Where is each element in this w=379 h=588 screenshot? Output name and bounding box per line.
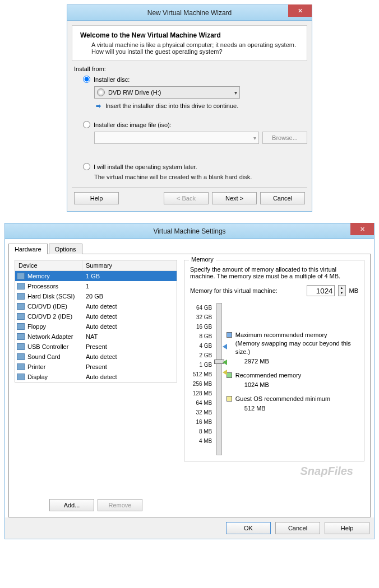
device-summary: Auto detect bbox=[82, 353, 177, 360]
device-row[interactable]: PrinterPresent bbox=[15, 362, 177, 372]
slider-tick: 8 GB bbox=[190, 332, 212, 341]
back-button[interactable]: < Back bbox=[164, 192, 209, 204]
device-row[interactable]: Network AdapterNAT bbox=[15, 332, 177, 342]
slider-tick: 2 GB bbox=[190, 351, 212, 360]
slider-tick: 128 MB bbox=[190, 389, 212, 398]
memory-description: Specify the amount of memory allocated t… bbox=[190, 266, 358, 279]
vm-settings-dialog: Virtual Machine Settings ✕ Hardware Opti… bbox=[4, 223, 375, 539]
tab-hardware[interactable]: Hardware bbox=[8, 244, 48, 254]
device-row[interactable]: Memory1 GB bbox=[15, 271, 177, 281]
device-row[interactable]: FloppyAuto detect bbox=[15, 321, 177, 332]
device-row[interactable]: CD/DVD 2 (IDE)Auto detect bbox=[15, 311, 177, 321]
device-summary: 20 GB bbox=[82, 293, 177, 300]
titlebar: New Virtual Machine Wizard ✕ bbox=[67, 5, 312, 21]
device-summary: NAT bbox=[82, 333, 177, 340]
disc-drive-dropdown[interactable]: DVD RW Drive (H:) ▾ bbox=[94, 86, 240, 99]
ok-button[interactable]: OK bbox=[226, 522, 271, 534]
close-button[interactable]: ✕ bbox=[288, 4, 312, 17]
help-button[interactable]: Help bbox=[325, 522, 369, 534]
device-summary: Present bbox=[82, 343, 177, 350]
min-value: 512 MB bbox=[244, 404, 358, 413]
device-name: Display bbox=[26, 374, 82, 380]
max-recommended-value: 2972 MB bbox=[244, 357, 358, 366]
device-row[interactable]: DisplayAuto detect bbox=[15, 372, 177, 382]
device-name: Network Adapter bbox=[26, 333, 82, 340]
device-row[interactable]: Hard Disk (SCSI)20 GB bbox=[15, 291, 177, 301]
cancel-button[interactable]: Cancel bbox=[260, 192, 305, 204]
device-name: Hard Disk (SCSI) bbox=[26, 293, 82, 300]
radio-install-later[interactable] bbox=[83, 163, 90, 170]
device-row[interactable]: CD/DVD (IDE)Auto detect bbox=[15, 301, 177, 311]
legend-square-yellow bbox=[227, 396, 232, 402]
next-button[interactable]: Next > bbox=[212, 192, 257, 204]
slider-tick: 64 MB bbox=[190, 398, 212, 408]
iso-path-dropdown[interactable]: ▾ bbox=[94, 132, 259, 144]
device-summary: Present bbox=[82, 363, 177, 370]
device-icon bbox=[17, 323, 25, 330]
welcome-subtitle: A virtual machine is like a physical com… bbox=[80, 41, 299, 55]
device-summary: Auto detect bbox=[82, 323, 177, 330]
window-title: Virtual Machine Settings bbox=[153, 227, 225, 235]
slider-tick: 8 MB bbox=[190, 427, 212, 436]
disc-drive-value: DVD RW Drive (H:) bbox=[108, 89, 161, 96]
arrow-right-icon: ➡ bbox=[94, 102, 102, 110]
marker-min-icon bbox=[223, 370, 227, 375]
radio-iso[interactable] bbox=[83, 121, 90, 128]
device-icon bbox=[17, 353, 25, 360]
column-summary[interactable]: Summary bbox=[82, 260, 177, 270]
device-icon bbox=[17, 303, 25, 310]
slider-tick-labels: 64 GB32 GB16 GB8 GB4 GB2 GB1 GB512 MB256… bbox=[190, 303, 212, 455]
column-device[interactable]: Device bbox=[15, 260, 82, 270]
device-icon bbox=[17, 363, 25, 370]
device-name: Printer bbox=[26, 363, 82, 370]
remove-button[interactable]: Remove bbox=[98, 499, 142, 511]
device-icon bbox=[17, 273, 25, 279]
memory-fieldset: Memory Specify the amount of memory allo… bbox=[184, 260, 364, 461]
add-button[interactable]: Add... bbox=[49, 499, 94, 511]
tab-options[interactable]: Options bbox=[49, 244, 82, 254]
watermark: SnapFiles bbox=[184, 461, 364, 481]
slider-tick: 16 GB bbox=[190, 322, 212, 332]
legend-square-blue bbox=[227, 332, 232, 338]
slider-tick: 512 MB bbox=[190, 370, 212, 379]
device-icon bbox=[17, 283, 25, 290]
device-icon bbox=[17, 333, 25, 340]
device-name: CD/DVD (IDE) bbox=[26, 303, 82, 310]
device-summary: 1 GB bbox=[82, 273, 177, 279]
help-button[interactable]: Help bbox=[74, 192, 119, 204]
install-later-note: The virtual machine will be created with… bbox=[94, 174, 307, 180]
titlebar: Virtual Machine Settings ✕ bbox=[5, 223, 374, 239]
device-name: USB Controller bbox=[26, 343, 82, 350]
slider-tick: 32 GB bbox=[190, 312, 212, 322]
marker-recommended-icon bbox=[223, 360, 227, 365]
disc-hint: Insert the installer disc into this driv… bbox=[105, 102, 238, 109]
recommended-label: Recommended memory bbox=[235, 371, 358, 380]
memory-slider[interactable] bbox=[216, 303, 221, 455]
device-row[interactable]: USB ControllerPresent bbox=[15, 342, 177, 352]
radio-installer-disc-label: Installer disc: bbox=[94, 76, 130, 83]
device-name: Sound Card bbox=[26, 353, 82, 360]
slider-tick: 256 MB bbox=[190, 379, 212, 389]
install-from-label: Install from: bbox=[74, 66, 307, 72]
device-icon bbox=[17, 374, 25, 380]
device-name: Memory bbox=[26, 273, 82, 279]
slider-tick: 64 GB bbox=[190, 303, 212, 312]
device-name: Floppy bbox=[26, 323, 82, 330]
close-button[interactable]: ✕ bbox=[350, 223, 374, 235]
memory-input-label: Memory for this virtual machine: bbox=[190, 287, 278, 294]
window-title: New Virtual Machine Wizard bbox=[147, 9, 232, 17]
slider-tick: 16 MB bbox=[190, 417, 212, 427]
memory-input[interactable] bbox=[307, 285, 335, 296]
welcome-panel: Welcome to the New Virtual Machine Wizar… bbox=[72, 25, 307, 61]
device-row[interactable]: Sound CardAuto detect bbox=[15, 352, 177, 362]
radio-installer-disc[interactable] bbox=[83, 76, 90, 83]
memory-legend: Memory bbox=[189, 256, 216, 263]
device-summary: 1 bbox=[82, 283, 177, 290]
min-label: Guest OS recommended minimum bbox=[235, 395, 358, 403]
device-row[interactable]: Processors1 bbox=[15, 281, 177, 291]
cancel-button[interactable]: Cancel bbox=[275, 522, 320, 534]
browse-button[interactable]: Browse... bbox=[262, 132, 307, 144]
chevron-down-icon: ▾ bbox=[253, 135, 256, 141]
memory-spinner[interactable]: ▲▼ bbox=[338, 285, 346, 296]
device-name: CD/DVD 2 (IDE) bbox=[26, 313, 82, 320]
